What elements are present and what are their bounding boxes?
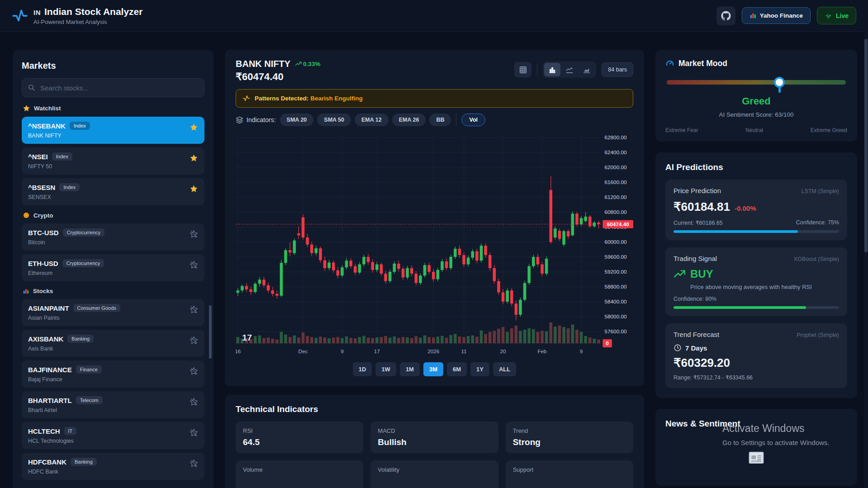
indicator-label: RSI [243, 427, 356, 434]
star-off-icon [190, 230, 198, 238]
svg-text:59200.00: 59200.00 [604, 269, 627, 275]
svg-text:2026: 2026 [427, 348, 439, 354]
symbol-name: BANK NIFTY [28, 133, 198, 139]
main-column: BANK NIFTY 0.33% ₹60474.40 [225, 50, 644, 488]
star-off-icon [190, 336, 198, 345]
timeframe-button-1w[interactable]: 1W [375, 362, 396, 376]
market-item-hdfcbank[interactable]: HDFCBANKBankingHDFC Bank [22, 453, 204, 480]
star-icon [23, 104, 30, 112]
github-button[interactable] [716, 6, 735, 25]
github-icon [721, 11, 731, 21]
timeframe-button-all[interactable]: ALL [493, 362, 516, 376]
candlestick-chart-button[interactable] [544, 63, 560, 76]
indicator-value: 64.5 [243, 437, 356, 447]
timeframe-button-3m[interactable]: 3M [423, 362, 443, 376]
model-label: Prophet (Simple) [797, 332, 839, 338]
activity-icon [242, 95, 250, 102]
symbol-name: Ethereum [28, 270, 198, 276]
symbol-name: BANK NIFTY [236, 59, 290, 69]
toolbar-divider [537, 64, 537, 76]
pattern-value: Bearish Engulfing [310, 95, 363, 102]
timeframe-selector: 1D1W1M3M6M1YALL [236, 362, 633, 376]
ai-predictions-panel: AI Predictions Price Prediction LSTM (Si… [655, 152, 857, 398]
svg-text:57600.00: 57600.00 [604, 328, 627, 334]
bar-chart-icon [749, 12, 756, 19]
symbol-label: HCLTECH [28, 427, 60, 435]
svg-text:60000.00: 60000.00 [604, 239, 627, 245]
section-label: Watchlist [34, 105, 61, 112]
timeframe-button-1y[interactable]: 1Y [470, 362, 489, 376]
market-item-nsei[interactable]: ^NSEIIndexNIFTY 50 [22, 147, 204, 175]
layers-icon [236, 116, 243, 124]
newspaper-icon [747, 449, 765, 467]
sentiment-marker[interactable] [774, 77, 785, 88]
confidence-label: Confidence: 75% [796, 219, 839, 226]
grid-toggle-button[interactable] [514, 62, 531, 77]
search-input[interactable] [22, 78, 204, 97]
market-item-axisbank[interactable]: AXISBANKBankingAxis Bank [22, 330, 204, 357]
symbol-label: ASIANPAINT [28, 304, 69, 312]
symbol-name: Axis Bank [28, 346, 198, 352]
svg-text:62000.00: 62000.00 [604, 164, 627, 170]
category-badge: Finance [76, 365, 102, 374]
volume-toggle-chip[interactable]: Vol [461, 114, 485, 126]
symbol-name: HCL Technologies [28, 438, 198, 444]
indicator-card-support: Support [506, 460, 633, 488]
wifi-icon [825, 12, 832, 19]
star-off-icon [190, 261, 198, 269]
app-title: Indian Stock Analyzer [44, 6, 142, 17]
market-item-bajfinance[interactable]: BAJFINANCEFinanceBajaj Finance [22, 360, 204, 388]
indicator-value: Strong [513, 437, 626, 447]
chart-panel: BANK NIFTY 0.33% ₹60474.40 [225, 50, 644, 386]
svg-text:61200.00: 61200.00 [604, 194, 627, 200]
svg-text:Dec: Dec [298, 348, 308, 354]
area-chart-button[interactable] [579, 63, 595, 76]
market-item-bsesn[interactable]: ^BSESNIndexSENSEX [22, 178, 204, 205]
search-icon [28, 84, 36, 92]
star-icon [190, 123, 198, 132]
line-chart-button[interactable] [561, 63, 578, 76]
candlestick-chart[interactable]: 62800.0062400.0062000.0061600.0061200.00… [236, 131, 633, 357]
market-item-nsebank[interactable]: ^NSEBANKIndexBANK NIFTY [22, 117, 204, 144]
scale-neutral: Neutral [745, 127, 763, 133]
svg-text:Feb: Feb [537, 348, 546, 354]
star-icon [190, 185, 198, 193]
market-item-bhartiartl[interactable]: BHARTIARTLTelecomBharti Airtel [22, 391, 204, 418]
indicator-chip-sma50[interactable]: SMA 50 [317, 114, 351, 126]
svg-text:58000.00: 58000.00 [604, 313, 627, 319]
model-label: XGBoost (Simple) [794, 256, 839, 262]
card-label: Trading Signal [674, 255, 717, 262]
symbol-name: Bharti Airtel [28, 407, 198, 413]
trending-up-icon [295, 61, 302, 67]
market-item-btcusd[interactable]: BTC-USDCryptocurrencyBitcoin [22, 223, 204, 251]
indicator-chip-sma20[interactable]: SMA 20 [280, 114, 314, 126]
page-scrollbar[interactable] [864, 0, 868, 488]
timeframe-button-1m[interactable]: 1M [400, 362, 420, 376]
market-item-asianpaint[interactable]: ASIANPAINTConsumer GoodsAsian Paints [22, 299, 204, 326]
indicator-chip-ema12[interactable]: EMA 12 [355, 114, 389, 126]
predicted-price: ₹60184.81 [674, 200, 730, 214]
category-badge: Cryptocurrency [62, 259, 104, 267]
live-badge: Live [817, 7, 856, 24]
indicator-chip-ema26[interactable]: EMA 26 [392, 114, 426, 126]
svg-text:17: 17 [374, 348, 380, 354]
category-badge: Consumer Goods [73, 304, 120, 312]
timeframe-button-1d[interactable]: 1D [353, 362, 372, 376]
yahoo-finance-button[interactable]: Yahoo Finance [742, 7, 811, 24]
sidebar-scrollbar[interactable] [209, 305, 212, 359]
candlestick-chart-icon [548, 66, 556, 74]
svg-text:16: 16 [236, 348, 241, 354]
live-label: Live [836, 12, 849, 19]
country-flag: IN [33, 9, 41, 16]
symbol-label: ETH-USD [28, 260, 58, 267]
scrollbar-thumb[interactable] [864, 39, 868, 252]
indicator-chip-bb[interactable]: BB [429, 114, 451, 126]
market-mood-panel: Market Mood Greed AI Sentiment Score: 63… [655, 50, 857, 142]
category-badge: Telecom [76, 396, 103, 404]
confidence-label: Confidence: 80% [674, 296, 839, 302]
market-item-hcltech[interactable]: HCLTECHITHCL Technologies [22, 422, 204, 449]
app-subtitle: AI-Powered Market Analysis [33, 19, 142, 25]
timeframe-button-6m[interactable]: 6M [447, 362, 467, 376]
technical-indicators-panel: Technical Indicators RSI64.5MACDBullishT… [225, 394, 644, 488]
market-item-ethusd[interactable]: ETH-USDCryptocurrencyEthereum [22, 254, 204, 281]
